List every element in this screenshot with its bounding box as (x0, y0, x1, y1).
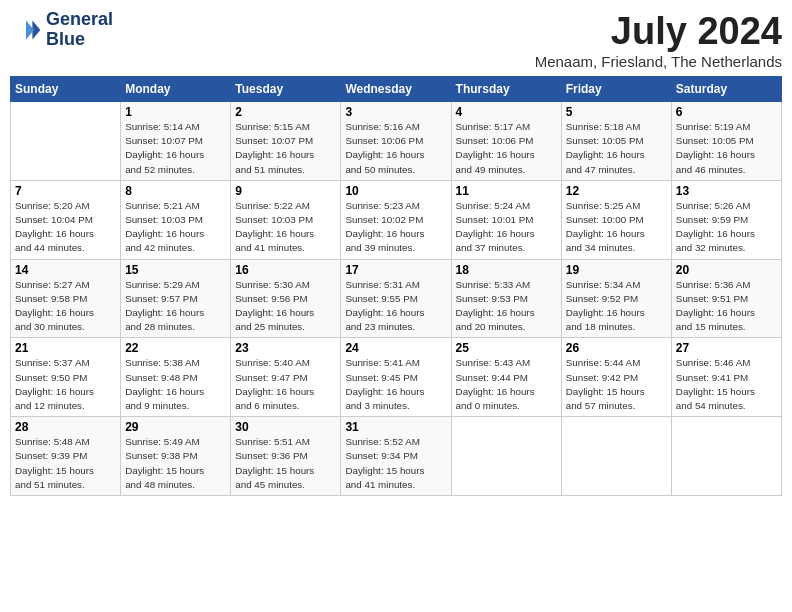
calendar-cell: 19Sunrise: 5:34 AMSunset: 9:52 PMDayligh… (561, 259, 671, 338)
day-info: Sunrise: 5:20 AMSunset: 10:04 PMDaylight… (15, 199, 116, 256)
day-info: Sunrise: 5:33 AMSunset: 9:53 PMDaylight:… (456, 278, 557, 335)
day-number: 11 (456, 184, 557, 198)
day-number: 7 (15, 184, 116, 198)
calendar-cell: 6Sunrise: 5:19 AMSunset: 10:05 PMDayligh… (671, 102, 781, 181)
day-number: 27 (676, 341, 777, 355)
day-info: Sunrise: 5:52 AMSunset: 9:34 PMDaylight:… (345, 435, 446, 492)
day-info: Sunrise: 5:25 AMSunset: 10:00 PMDaylight… (566, 199, 667, 256)
day-number: 8 (125, 184, 226, 198)
calendar-cell: 8Sunrise: 5:21 AMSunset: 10:03 PMDayligh… (121, 180, 231, 259)
calendar-cell: 7Sunrise: 5:20 AMSunset: 10:04 PMDayligh… (11, 180, 121, 259)
day-number: 15 (125, 263, 226, 277)
calendar-cell: 13Sunrise: 5:26 AMSunset: 9:59 PMDayligh… (671, 180, 781, 259)
day-info: Sunrise: 5:19 AMSunset: 10:05 PMDaylight… (676, 120, 777, 177)
day-info: Sunrise: 5:51 AMSunset: 9:36 PMDaylight:… (235, 435, 336, 492)
day-number: 14 (15, 263, 116, 277)
day-info: Sunrise: 5:26 AMSunset: 9:59 PMDaylight:… (676, 199, 777, 256)
day-info: Sunrise: 5:43 AMSunset: 9:44 PMDaylight:… (456, 356, 557, 413)
calendar-cell: 14Sunrise: 5:27 AMSunset: 9:58 PMDayligh… (11, 259, 121, 338)
day-number: 2 (235, 105, 336, 119)
title-area: July 2024 Menaam, Friesland, The Netherl… (535, 10, 782, 70)
day-info: Sunrise: 5:48 AMSunset: 9:39 PMDaylight:… (15, 435, 116, 492)
calendar-cell: 27Sunrise: 5:46 AMSunset: 9:41 PMDayligh… (671, 338, 781, 417)
day-info: Sunrise: 5:21 AMSunset: 10:03 PMDaylight… (125, 199, 226, 256)
calendar-cell (451, 417, 561, 496)
calendar-cell: 29Sunrise: 5:49 AMSunset: 9:38 PMDayligh… (121, 417, 231, 496)
day-info: Sunrise: 5:15 AMSunset: 10:07 PMDaylight… (235, 120, 336, 177)
calendar-cell (11, 102, 121, 181)
calendar-cell: 23Sunrise: 5:40 AMSunset: 9:47 PMDayligh… (231, 338, 341, 417)
day-number: 5 (566, 105, 667, 119)
calendar-cell: 1Sunrise: 5:14 AMSunset: 10:07 PMDayligh… (121, 102, 231, 181)
location: Menaam, Friesland, The Netherlands (535, 53, 782, 70)
calendar-cell: 16Sunrise: 5:30 AMSunset: 9:56 PMDayligh… (231, 259, 341, 338)
day-info: Sunrise: 5:24 AMSunset: 10:01 PMDaylight… (456, 199, 557, 256)
day-number: 19 (566, 263, 667, 277)
calendar-cell: 18Sunrise: 5:33 AMSunset: 9:53 PMDayligh… (451, 259, 561, 338)
day-info: Sunrise: 5:23 AMSunset: 10:02 PMDaylight… (345, 199, 446, 256)
day-info: Sunrise: 5:34 AMSunset: 9:52 PMDaylight:… (566, 278, 667, 335)
calendar-cell: 31Sunrise: 5:52 AMSunset: 9:34 PMDayligh… (341, 417, 451, 496)
day-header-tuesday: Tuesday (231, 77, 341, 102)
calendar-cell: 4Sunrise: 5:17 AMSunset: 10:06 PMDayligh… (451, 102, 561, 181)
week-row-5: 28Sunrise: 5:48 AMSunset: 9:39 PMDayligh… (11, 417, 782, 496)
day-number: 17 (345, 263, 446, 277)
day-number: 16 (235, 263, 336, 277)
day-number: 10 (345, 184, 446, 198)
calendar-cell: 17Sunrise: 5:31 AMSunset: 9:55 PMDayligh… (341, 259, 451, 338)
logo-icon (10, 14, 42, 46)
day-number: 26 (566, 341, 667, 355)
day-info: Sunrise: 5:41 AMSunset: 9:45 PMDaylight:… (345, 356, 446, 413)
week-row-1: 1Sunrise: 5:14 AMSunset: 10:07 PMDayligh… (11, 102, 782, 181)
day-header-thursday: Thursday (451, 77, 561, 102)
day-info: Sunrise: 5:37 AMSunset: 9:50 PMDaylight:… (15, 356, 116, 413)
day-number: 31 (345, 420, 446, 434)
day-info: Sunrise: 5:46 AMSunset: 9:41 PMDaylight:… (676, 356, 777, 413)
calendar-cell: 26Sunrise: 5:44 AMSunset: 9:42 PMDayligh… (561, 338, 671, 417)
day-info: Sunrise: 5:22 AMSunset: 10:03 PMDaylight… (235, 199, 336, 256)
day-info: Sunrise: 5:38 AMSunset: 9:48 PMDaylight:… (125, 356, 226, 413)
calendar-cell (561, 417, 671, 496)
header-row: SundayMondayTuesdayWednesdayThursdayFrid… (11, 77, 782, 102)
day-info: Sunrise: 5:29 AMSunset: 9:57 PMDaylight:… (125, 278, 226, 335)
calendar-cell (671, 417, 781, 496)
day-number: 4 (456, 105, 557, 119)
calendar-cell: 22Sunrise: 5:38 AMSunset: 9:48 PMDayligh… (121, 338, 231, 417)
day-number: 30 (235, 420, 336, 434)
header: General Blue July 2024 Menaam, Friesland… (10, 10, 782, 70)
day-number: 9 (235, 184, 336, 198)
day-header-sunday: Sunday (11, 77, 121, 102)
day-number: 18 (456, 263, 557, 277)
day-number: 20 (676, 263, 777, 277)
day-info: Sunrise: 5:17 AMSunset: 10:06 PMDaylight… (456, 120, 557, 177)
day-header-wednesday: Wednesday (341, 77, 451, 102)
day-number: 6 (676, 105, 777, 119)
calendar-cell: 11Sunrise: 5:24 AMSunset: 10:01 PMDaylig… (451, 180, 561, 259)
week-row-4: 21Sunrise: 5:37 AMSunset: 9:50 PMDayligh… (11, 338, 782, 417)
day-info: Sunrise: 5:16 AMSunset: 10:06 PMDaylight… (345, 120, 446, 177)
day-info: Sunrise: 5:14 AMSunset: 10:07 PMDaylight… (125, 120, 226, 177)
logo-text: General Blue (46, 10, 113, 50)
month-year: July 2024 (535, 10, 782, 53)
day-info: Sunrise: 5:36 AMSunset: 9:51 PMDaylight:… (676, 278, 777, 335)
calendar-cell: 24Sunrise: 5:41 AMSunset: 9:45 PMDayligh… (341, 338, 451, 417)
day-info: Sunrise: 5:49 AMSunset: 9:38 PMDaylight:… (125, 435, 226, 492)
logo: General Blue (10, 10, 113, 50)
calendar-cell: 9Sunrise: 5:22 AMSunset: 10:03 PMDayligh… (231, 180, 341, 259)
calendar-cell: 30Sunrise: 5:51 AMSunset: 9:36 PMDayligh… (231, 417, 341, 496)
day-number: 12 (566, 184, 667, 198)
day-info: Sunrise: 5:30 AMSunset: 9:56 PMDaylight:… (235, 278, 336, 335)
day-info: Sunrise: 5:27 AMSunset: 9:58 PMDaylight:… (15, 278, 116, 335)
calendar-cell: 12Sunrise: 5:25 AMSunset: 10:00 PMDaylig… (561, 180, 671, 259)
day-header-monday: Monday (121, 77, 231, 102)
week-row-3: 14Sunrise: 5:27 AMSunset: 9:58 PMDayligh… (11, 259, 782, 338)
calendar-table: SundayMondayTuesdayWednesdayThursdayFrid… (10, 76, 782, 496)
day-info: Sunrise: 5:18 AMSunset: 10:05 PMDaylight… (566, 120, 667, 177)
day-number: 1 (125, 105, 226, 119)
day-number: 25 (456, 341, 557, 355)
day-info: Sunrise: 5:40 AMSunset: 9:47 PMDaylight:… (235, 356, 336, 413)
day-number: 13 (676, 184, 777, 198)
day-number: 22 (125, 341, 226, 355)
calendar-cell: 10Sunrise: 5:23 AMSunset: 10:02 PMDaylig… (341, 180, 451, 259)
day-header-friday: Friday (561, 77, 671, 102)
